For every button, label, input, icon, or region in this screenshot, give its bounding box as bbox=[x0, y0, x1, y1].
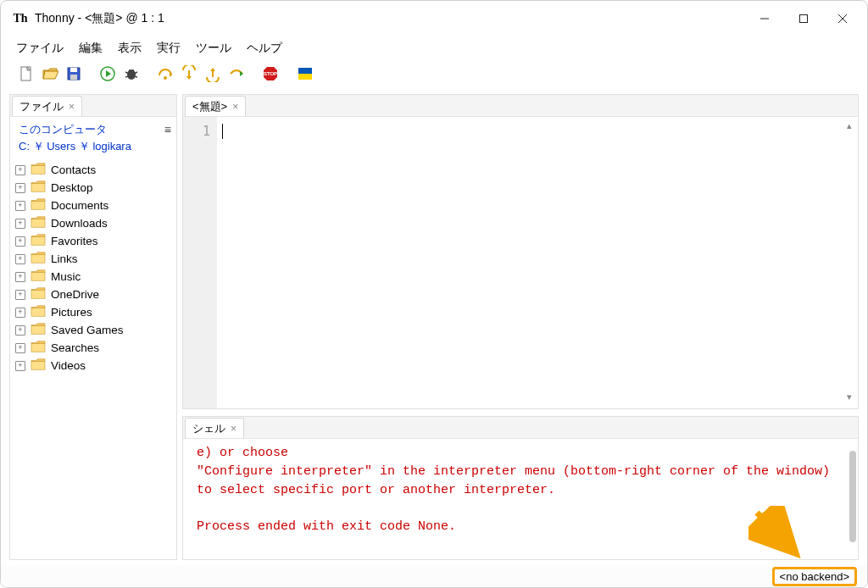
folder-icon bbox=[31, 197, 46, 214]
folder-item[interactable]: +Pictures bbox=[14, 303, 173, 321]
folder-icon bbox=[31, 162, 46, 178]
computer-label[interactable]: このコンピュータ bbox=[19, 122, 107, 137]
svg-marker-25 bbox=[210, 68, 215, 71]
svg-rect-34 bbox=[31, 183, 45, 191]
scroll-down-icon[interactable]: ▾ bbox=[843, 391, 856, 405]
folder-item[interactable]: +Saved Games bbox=[14, 321, 173, 339]
window-title: Thonny - <無題> @ 1 : 1 bbox=[35, 11, 164, 26]
scroll-up-icon[interactable]: ▴ bbox=[843, 120, 856, 134]
close-icon[interactable]: × bbox=[232, 102, 238, 112]
folder-item[interactable]: +Music bbox=[14, 268, 173, 286]
current-path[interactable]: C: ￥ Users ￥ logikara bbox=[10, 139, 176, 159]
folder-item[interactable]: +OneDrive bbox=[14, 286, 173, 303]
folder-icon bbox=[31, 322, 46, 338]
folder-item[interactable]: +Documents bbox=[14, 197, 173, 214]
new-file-icon[interactable] bbox=[16, 64, 36, 84]
svg-marker-43 bbox=[31, 270, 45, 273]
svg-rect-30 bbox=[298, 74, 312, 80]
step-out-icon[interactable] bbox=[203, 64, 223, 84]
editor-tabbar: <無題> × bbox=[183, 95, 858, 117]
folder-icon bbox=[31, 233, 46, 249]
svg-marker-41 bbox=[31, 252, 45, 255]
svg-rect-42 bbox=[31, 254, 45, 263]
toolbar: STOP bbox=[1, 60, 867, 92]
expander-icon[interactable]: + bbox=[15, 361, 25, 371]
expander-icon[interactable]: + bbox=[15, 254, 25, 264]
run-icon[interactable] bbox=[97, 64, 118, 84]
save-file-icon[interactable] bbox=[64, 64, 84, 84]
folder-item[interactable]: +Searches bbox=[14, 339, 173, 357]
step-into-icon[interactable] bbox=[179, 64, 199, 84]
expander-icon[interactable]: + bbox=[15, 201, 25, 211]
folder-label: Pictures bbox=[51, 306, 92, 319]
folder-icon bbox=[31, 304, 46, 320]
editor-tab-untitled[interactable]: <無題> × bbox=[185, 96, 246, 116]
expander-icon[interactable]: + bbox=[15, 272, 25, 282]
folder-icon bbox=[31, 269, 46, 285]
folder-label: Saved Games bbox=[51, 324, 124, 336]
close-button[interactable] bbox=[823, 3, 862, 35]
folder-label: Links bbox=[51, 252, 78, 265]
shell-line: "Configure interpreter" in the interpret… bbox=[197, 463, 846, 481]
step-over-icon[interactable] bbox=[155, 64, 175, 84]
shell-tabbar: シェル × bbox=[183, 417, 858, 439]
shell-tab-label: シェル bbox=[192, 421, 225, 436]
menu-tools[interactable]: ツール bbox=[191, 39, 236, 58]
folder-item[interactable]: +Contacts bbox=[14, 161, 173, 179]
backend-selector[interactable]: <no backend> bbox=[772, 567, 857, 586]
svg-rect-50 bbox=[31, 325, 45, 334]
folder-item[interactable]: +Downloads bbox=[14, 214, 173, 232]
menu-help[interactable]: ヘルプ bbox=[242, 39, 287, 58]
expander-icon[interactable]: + bbox=[15, 183, 25, 193]
svg-marker-39 bbox=[31, 235, 45, 237]
svg-rect-46 bbox=[31, 290, 45, 298]
close-icon[interactable]: × bbox=[231, 424, 236, 434]
menu-edit[interactable]: 編集 bbox=[74, 39, 108, 58]
open-file-icon[interactable] bbox=[40, 64, 60, 84]
folder-icon bbox=[31, 180, 46, 196]
expander-icon[interactable]: + bbox=[15, 219, 25, 229]
shell-line: Process ended with exit code None. bbox=[197, 518, 846, 536]
flag-icon[interactable] bbox=[294, 64, 316, 84]
expander-icon[interactable]: + bbox=[15, 325, 25, 336]
svg-marker-33 bbox=[31, 181, 45, 184]
line-number: 1 bbox=[183, 124, 210, 139]
folder-item[interactable]: +Videos bbox=[14, 357, 173, 374]
stop-icon[interactable]: STOP bbox=[260, 64, 281, 84]
editor-gutter: 1 bbox=[183, 117, 217, 408]
svg-rect-54 bbox=[31, 361, 45, 369]
expander-icon[interactable]: + bbox=[15, 308, 25, 318]
file-tree[interactable]: +Contacts+Desktop+Documents+Downloads+Fa… bbox=[10, 159, 176, 559]
shell-line: to select specific port or another inter… bbox=[197, 481, 846, 500]
svg-rect-48 bbox=[31, 308, 45, 316]
folder-item[interactable]: +Desktop bbox=[14, 179, 173, 197]
shell-scrollbar[interactable] bbox=[849, 451, 856, 542]
svg-rect-36 bbox=[31, 201, 45, 209]
minimize-button[interactable] bbox=[745, 3, 784, 35]
shell-line bbox=[197, 499, 846, 518]
svg-point-18 bbox=[129, 69, 131, 71]
menu-view[interactable]: 表示 bbox=[113, 39, 147, 58]
svg-line-17 bbox=[134, 76, 137, 77]
expander-icon[interactable]: + bbox=[15, 343, 25, 353]
folder-item[interactable]: +Favorites bbox=[14, 232, 173, 250]
editor-body[interactable]: 1 ▴ ▾ bbox=[183, 117, 858, 408]
shell-body[interactable]: e) or choose"Configure interpreter" in t… bbox=[183, 439, 858, 559]
hamburger-icon[interactable]: ≡ bbox=[164, 123, 171, 136]
menu-run[interactable]: 実行 bbox=[152, 39, 186, 58]
folder-label: Contacts bbox=[51, 164, 96, 176]
shell-tab[interactable]: シェル × bbox=[185, 418, 244, 438]
debug-icon[interactable] bbox=[121, 64, 142, 84]
expander-icon[interactable]: + bbox=[15, 236, 25, 247]
close-icon[interactable]: × bbox=[69, 102, 75, 112]
resume-icon[interactable] bbox=[226, 64, 247, 84]
code-area[interactable] bbox=[217, 117, 858, 408]
folder-item[interactable]: +Links bbox=[14, 250, 173, 268]
svg-rect-1 bbox=[800, 15, 808, 23]
maximize-button[interactable] bbox=[784, 3, 823, 35]
menu-file[interactable]: ファイル bbox=[11, 39, 69, 58]
svg-marker-47 bbox=[31, 306, 45, 308]
expander-icon[interactable]: + bbox=[15, 165, 25, 175]
expander-icon[interactable]: + bbox=[15, 290, 25, 300]
sidebar-tab-file[interactable]: ファイル × bbox=[12, 96, 82, 116]
